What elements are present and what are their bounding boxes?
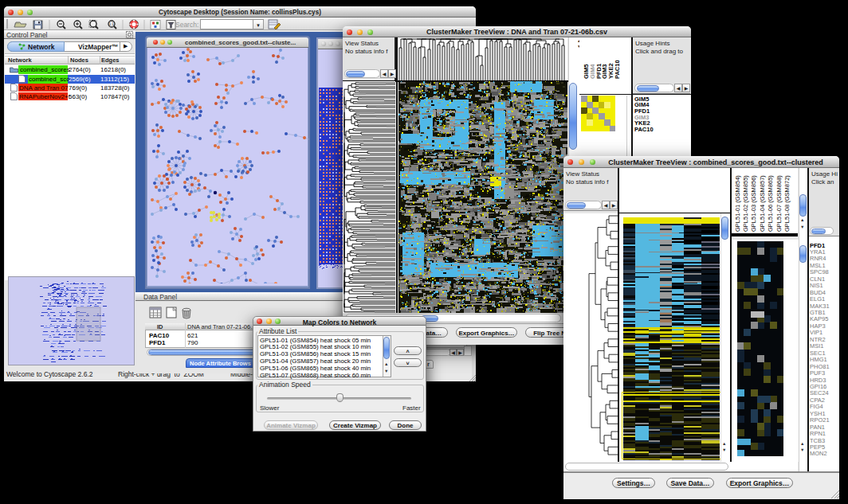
svg-text:GPL51-07 (GSM868): GPL51-07 (GSM868) xyxy=(775,175,783,232)
svg-text:GPL51-01 (GSM854): GPL51-01 (GSM854) xyxy=(734,175,741,232)
svg-text:GPL51-03 (GSM856): GPL51-03 (GSM856) xyxy=(750,175,757,232)
svg-text:PAC10: PAC10 xyxy=(614,60,621,79)
svg-text:GPL51-04 (GSM857): GPL51-04 (GSM857) xyxy=(759,175,766,232)
svg-text:GPL51-02 (GSM855): GPL51-02 (GSM855) xyxy=(742,175,749,232)
svg-text:1:1: 1:1 xyxy=(109,22,115,26)
svg-text:GPL51-06 (GSM865): GPL51-06 (GSM865) xyxy=(767,175,774,232)
svg-text:GPL51-08 (GSM872): GPL51-08 (GSM872) xyxy=(783,175,791,232)
